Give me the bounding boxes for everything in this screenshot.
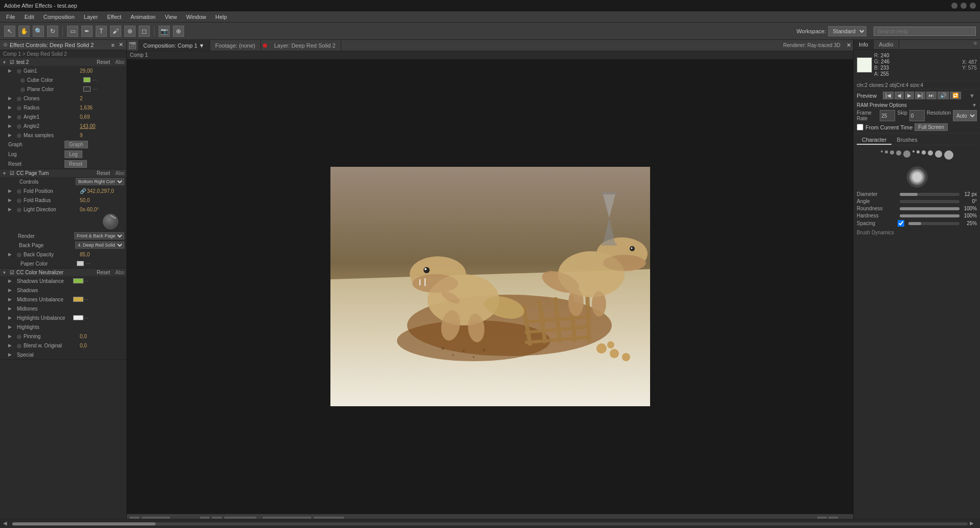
- center-panel-close[interactable]: ✕: [844, 42, 853, 49]
- maximize-btn[interactable]: [961, 3, 967, 9]
- menu-animation[interactable]: Animation: [126, 13, 160, 21]
- minimize-btn[interactable]: [951, 3, 957, 9]
- tool-eraser[interactable]: ◻: [139, 26, 150, 37]
- tab-audio[interactable]: Audio: [874, 40, 899, 49]
- tab-character[interactable]: Character: [857, 136, 892, 145]
- cc-page-turn-checkbox[interactable]: ☑: [10, 170, 14, 176]
- tab-footage[interactable]: Footage: (none): [210, 40, 261, 51]
- effect-group-test2-header[interactable]: ▼ ☑ test 2 Reset Abo: [0, 58, 126, 66]
- tab-composition[interactable]: Composition: Comp 1 ▼: [138, 40, 210, 51]
- controls-select[interactable]: Bottom Right Corr: [76, 178, 124, 185]
- cc-page-turn-reset[interactable]: Reset: [97, 170, 110, 176]
- frame-rate-input[interactable]: [880, 110, 895, 121]
- angle-bar[interactable]: [900, 200, 960, 203]
- brush-dot-5[interactable]: [903, 150, 910, 158]
- spacing-bar[interactable]: [908, 222, 960, 225]
- test2-reset-btn[interactable]: Reset: [97, 59, 110, 65]
- tool-rect[interactable]: ▭: [67, 26, 78, 37]
- tab-brushes[interactable]: Brushes: [892, 136, 922, 145]
- tool-select[interactable]: ↖: [4, 26, 15, 37]
- cc-color-neutralizer-header[interactable]: ▼ ☑ CC Color Neutralizer Reset Abo: [0, 269, 126, 276]
- audio-btn[interactable]: 🔊: [938, 92, 949, 99]
- loop-btn[interactable]: 🔁: [950, 92, 961, 99]
- brush-dot-7[interactable]: [917, 150, 920, 153]
- clones-value[interactable]: 2: [80, 96, 124, 101]
- menu-effect[interactable]: Effect: [103, 13, 125, 21]
- test2-about-btn[interactable]: Abo: [115, 59, 124, 65]
- close-btn[interactable]: [970, 3, 976, 9]
- render-select[interactable]: Front & Back Page: [74, 232, 124, 239]
- tab-layer[interactable]: Layer: Deep Red Solid 2: [269, 40, 341, 51]
- angle1-value[interactable]: 0,69: [80, 114, 124, 120]
- tool-hand[interactable]: ✋: [18, 26, 30, 37]
- from-current-time-checkbox[interactable]: [857, 124, 863, 130]
- highlights-unbalance-swatch[interactable]: [73, 315, 83, 320]
- cc-cn-checkbox[interactable]: ☑: [10, 270, 14, 275]
- info-panel-menu[interactable]: ≡: [971, 40, 980, 49]
- hardness-bar[interactable]: [900, 214, 960, 217]
- plane-color-swatch[interactable]: [83, 86, 91, 92]
- effect-group-test2-checkbox[interactable]: ☑: [10, 59, 14, 65]
- light-direction-dial[interactable]: [103, 214, 118, 229]
- brush-dot-9[interactable]: [928, 150, 933, 156]
- brush-dot-8[interactable]: [922, 150, 926, 155]
- angle2-value[interactable]: 143,00: [80, 123, 124, 129]
- preview-expand-icon[interactable]: ▼: [967, 93, 977, 99]
- cc-cn-about[interactable]: Abo: [115, 270, 124, 275]
- menu-window[interactable]: Window: [182, 13, 210, 21]
- midtones-unbalance-swatch[interactable]: [73, 297, 83, 302]
- diameter-bar[interactable]: [900, 193, 960, 196]
- paper-color-swatch[interactable]: [77, 261, 84, 266]
- full-screen-btn[interactable]: Full Screen: [915, 123, 948, 131]
- cc-cn-reset[interactable]: Reset: [97, 270, 110, 275]
- tool-rotate[interactable]: ↻: [47, 26, 58, 37]
- first-frame-btn[interactable]: |◀: [883, 92, 894, 99]
- fold-position-value[interactable]: 342,0,297,0: [87, 188, 124, 194]
- tool-anchor[interactable]: ⊕: [173, 26, 184, 37]
- tool-text[interactable]: T: [96, 26, 107, 37]
- log-btn[interactable]: Log: [64, 150, 82, 158]
- blend-value[interactable]: 0,0: [80, 343, 124, 348]
- brush-dot-4[interactable]: [896, 150, 901, 156]
- tool-clone[interactable]: ⊕: [124, 26, 136, 37]
- graph-btn[interactable]: Graph: [64, 141, 88, 148]
- tool-camera[interactable]: 📷: [159, 26, 170, 37]
- cube-color-swatch[interactable]: [83, 77, 91, 82]
- tool-zoom[interactable]: 🔍: [33, 26, 44, 37]
- play-btn[interactable]: ▶: [905, 92, 914, 99]
- max-samples-value[interactable]: 9: [80, 133, 124, 138]
- tool-brush[interactable]: 🖌: [110, 26, 121, 37]
- gain1-value[interactable]: 29,00: [80, 68, 124, 74]
- pinning-value[interactable]: 0,0: [80, 334, 124, 339]
- back-opacity-value[interactable]: 85,0: [80, 252, 124, 257]
- shadows-unbalance-btn[interactable]: ⋯: [83, 278, 88, 284]
- radius-value[interactable]: 1,636: [80, 105, 124, 111]
- brush-dot-2[interactable]: [885, 150, 888, 153]
- brush-dot-10[interactable]: [935, 150, 942, 158]
- shadows-unbalance-swatch[interactable]: [73, 278, 83, 283]
- menu-layer[interactable]: Layer: [80, 13, 102, 21]
- panel-menu-btn[interactable]: ≡: [112, 42, 115, 48]
- next-frame-btn[interactable]: ▶|: [915, 92, 926, 99]
- menu-edit[interactable]: Edit: [20, 13, 38, 21]
- reset-apply-btn[interactable]: Reset: [64, 160, 87, 168]
- menu-file[interactable]: File: [2, 13, 19, 21]
- brush-dot-3[interactable]: [890, 150, 894, 155]
- spacing-checkbox[interactable]: [898, 220, 904, 227]
- cc-page-turn-about[interactable]: Abo: [115, 170, 124, 176]
- menu-composition[interactable]: Composition: [39, 13, 79, 21]
- tool-pen[interactable]: ✒: [81, 26, 93, 37]
- resolution-dropdown[interactable]: Auto: [953, 110, 977, 121]
- effect-controls-scroll[interactable]: ▼ ☑ test 2 Reset Abo ▶ ◎ Gain1 29,00: [0, 58, 126, 528]
- light-direction-value[interactable]: 0x-60,0°: [80, 207, 124, 212]
- midtones-unbalance-btn[interactable]: ⋯: [83, 297, 88, 302]
- menu-view[interactable]: View: [161, 13, 181, 21]
- workspace-select[interactable]: Standard: [828, 26, 866, 36]
- back-page-select[interactable]: 4. Deep Red Solid: [75, 241, 124, 249]
- ram-expand-icon[interactable]: ▼: [972, 102, 977, 108]
- panel-close-btn[interactable]: ✕: [119, 41, 123, 48]
- roundness-bar[interactable]: [900, 207, 960, 210]
- skip-input[interactable]: [909, 110, 925, 121]
- fold-radius-value[interactable]: 50,0: [80, 197, 124, 203]
- cc-page-turn-header[interactable]: ▼ ☑ CC Page Turn Reset Abo: [0, 169, 126, 177]
